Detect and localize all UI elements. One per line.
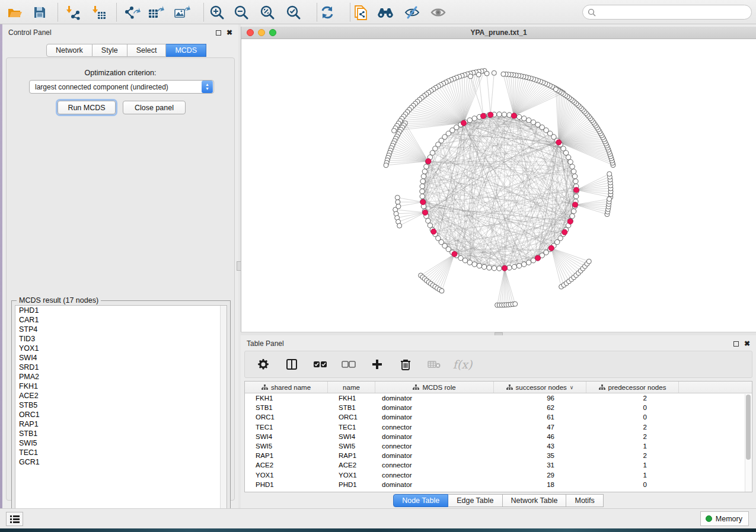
- mcds-result-node[interactable]: ACE2: [15, 391, 227, 400]
- eye-icon: [430, 5, 446, 20]
- table-row[interactable]: RAP1 RAP1 dominator 35 2: [245, 451, 752, 460]
- unselect-all-button[interactable]: [341, 357, 356, 372]
- clone-network-button[interactable]: [352, 4, 370, 21]
- table-scrollbar[interactable]: [745, 394, 751, 492]
- hierarchy-icon: [261, 384, 268, 390]
- column-header-successor-nodes[interactable]: successor nodes ∨: [494, 382, 586, 393]
- import-table-button[interactable]: [90, 4, 108, 21]
- memory-button[interactable]: Memory: [700, 511, 749, 526]
- mcds-result-node[interactable]: SWI5: [15, 438, 227, 448]
- table-tab[interactable]: Motifs: [566, 494, 603, 507]
- table-row[interactable]: STB1 STB1 dominator 62 0: [245, 403, 752, 412]
- mcds-result-node[interactable]: CAR1: [15, 315, 227, 325]
- table-row[interactable]: SWI4 SWI4 dominator 46 2: [245, 432, 752, 441]
- delete-table-icon: [428, 360, 441, 368]
- mcds-result-node[interactable]: STB5: [15, 400, 227, 410]
- table-row[interactable]: YOX1 YOX1 connector 29 1: [245, 470, 752, 480]
- table-panel-titlebar: Table Panel ✖: [241, 335, 756, 352]
- table-row[interactable]: FKH1 FKH1 dominator 96 2: [245, 393, 752, 403]
- column-header-predecessor-nodes[interactable]: predecessor nodes: [586, 382, 679, 393]
- mcds-result-node[interactable]: TID3: [15, 334, 227, 344]
- control-panel-tab[interactable]: Style: [92, 44, 127, 57]
- table-row[interactable]: TEC1 TEC1 connector 47 2: [245, 422, 752, 432]
- hide-selected-button[interactable]: [403, 4, 421, 21]
- task-history-button[interactable]: [6, 512, 23, 526]
- table-tab[interactable]: Edge Table: [448, 494, 502, 507]
- zoom-fit-button[interactable]: [259, 4, 276, 21]
- close-panel-icon[interactable]: ✖: [227, 30, 232, 36]
- zoom-selected-button[interactable]: [285, 4, 302, 21]
- mcds-result-node[interactable]: TEC1: [15, 448, 227, 457]
- column-header-shared-name[interactable]: shared name: [245, 382, 328, 393]
- columns-icon: [286, 358, 298, 370]
- search-box[interactable]: [582, 5, 752, 20]
- maximize-window-icon[interactable]: [269, 29, 276, 36]
- table-row[interactable]: ORC1 ORC1 dominator 61 0: [245, 412, 752, 422]
- table-toolbar: f(x): [244, 351, 752, 378]
- select-all-button[interactable]: [312, 357, 328, 372]
- mcds-result-node[interactable]: PMA2: [15, 372, 227, 382]
- mcds-result-node[interactable]: STB1: [15, 429, 227, 438]
- add-column-button[interactable]: [369, 357, 385, 372]
- mcds-result-node[interactable]: RAP1: [15, 419, 227, 429]
- select-stepper-icon: ▲▼: [202, 81, 213, 93]
- delete-column-button[interactable]: [398, 357, 413, 372]
- run-mcds-button[interactable]: Run MCDS: [58, 101, 116, 114]
- export-table-button[interactable]: [147, 4, 165, 21]
- control-panel-tabs: Network Style Select MCDS: [46, 44, 206, 57]
- control-panel-tab[interactable]: Network: [46, 44, 92, 57]
- table-tab[interactable]: Node Table: [393, 494, 448, 507]
- table-row[interactable]: ACE2 ACE2 connector 31 1: [245, 460, 752, 470]
- zoom-in-button[interactable]: [208, 4, 226, 21]
- mcds-result-list[interactable]: PHD1 CAR1 STP4 TID3 YOX1 SWI4 SRD1 PMA2 …: [15, 305, 227, 517]
- network-canvas[interactable]: [241, 39, 756, 332]
- column-header-mcds-role[interactable]: MCDS role: [375, 382, 494, 393]
- float-panel-icon[interactable]: [733, 341, 739, 347]
- control-panel-tab[interactable]: MCDS: [166, 44, 206, 57]
- table-row[interactable]: SWI5 SWI5 connector 43 1: [245, 441, 752, 451]
- mcds-list-scrollbar[interactable]: [220, 306, 227, 517]
- mcds-result-node[interactable]: GCR1: [15, 457, 227, 467]
- export-network-button[interactable]: [123, 4, 141, 21]
- mcds-result-node[interactable]: PHD1: [15, 306, 227, 315]
- mcds-result-node[interactable]: YOX1: [15, 344, 227, 353]
- show-all-button[interactable]: [429, 4, 447, 21]
- memory-status-icon: [706, 515, 712, 522]
- refresh-view-button[interactable]: [318, 4, 336, 21]
- minimize-window-icon[interactable]: [258, 29, 265, 36]
- network-window: YPA_prune.txt_1: [241, 27, 756, 332]
- import-network-button[interactable]: [64, 4, 82, 21]
- import-network-icon: [65, 5, 81, 20]
- mcds-result-node[interactable]: STP4: [15, 325, 227, 334]
- search-input[interactable]: [596, 7, 751, 18]
- mcds-result-node[interactable]: SWI4: [15, 353, 227, 363]
- save-session-button[interactable]: [31, 4, 49, 21]
- table-settings-button[interactable]: [256, 357, 271, 372]
- network-graph[interactable]: [241, 39, 756, 332]
- memory-label: Memory: [716, 515, 742, 523]
- export-image-button[interactable]: [173, 4, 191, 21]
- mcds-result-node[interactable]: FKH1: [15, 382, 227, 391]
- open-file-button[interactable]: [6, 4, 24, 21]
- column-header-name[interactable]: name: [328, 382, 375, 393]
- table-tab[interactable]: Network Table: [503, 494, 567, 507]
- zoom-out-button[interactable]: [232, 4, 250, 21]
- close-window-icon[interactable]: [247, 29, 254, 36]
- function-builder-button[interactable]: f(x): [455, 357, 470, 372]
- mcds-result-node[interactable]: SRD1: [15, 363, 227, 372]
- table-row[interactable]: PHD1 PHD1 dominator 18 0: [245, 480, 752, 489]
- table-panel: Table Panel ✖ f(x): [241, 335, 756, 508]
- close-panel-icon[interactable]: ✖: [744, 341, 750, 347]
- floppy-disk-icon: [33, 6, 46, 19]
- mcds-result-node[interactable]: ORC1: [15, 410, 227, 419]
- export-network-icon: [124, 5, 141, 20]
- network-window-titlebar[interactable]: YPA_prune.txt_1: [241, 27, 756, 39]
- column-layout-button[interactable]: [284, 357, 299, 372]
- first-neighbors-button[interactable]: [377, 4, 394, 21]
- delete-table-button[interactable]: [426, 357, 442, 372]
- float-panel-icon[interactable]: [216, 30, 221, 36]
- close-panel-button[interactable]: Close panel: [123, 101, 186, 114]
- optimization-criterion-select[interactable]: largest connected component (undirected)…: [29, 80, 214, 94]
- control-panel-tab[interactable]: Select: [127, 44, 167, 57]
- scrollbar-thumb[interactable]: [746, 395, 751, 460]
